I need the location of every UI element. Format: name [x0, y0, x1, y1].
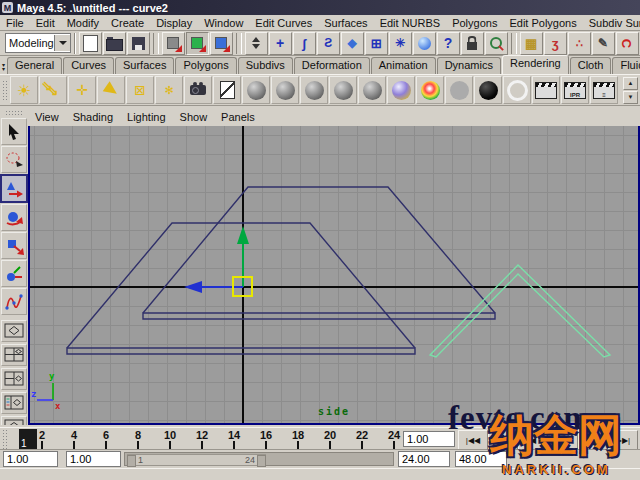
shelf-tab-rendering[interactable]: Rendering	[502, 55, 569, 74]
toolbox-drag-handle[interactable]	[5, 110, 23, 115]
ambient-light-icon-button[interactable]: ☀	[10, 76, 38, 104]
shelf-drag-handle[interactable]	[2, 80, 8, 100]
curve-inner-base-bar[interactable]	[67, 348, 415, 354]
panel-menu-panels[interactable]: Panels	[214, 110, 262, 124]
shelf-tab-polygons[interactable]: Polygons	[175, 57, 236, 74]
open-scene-button[interactable]	[103, 32, 126, 55]
layout-single-persp-button[interactable]	[1, 320, 27, 342]
layout-four-view-button[interactable]	[1, 344, 27, 366]
last-tool-curve[interactable]	[1, 288, 27, 315]
menu-item-create[interactable]: Create	[105, 16, 150, 30]
manipulator-y-arrowhead[interactable]	[237, 226, 249, 244]
menu-item-window[interactable]: Window	[198, 16, 249, 30]
range-slider-bar[interactable]: 1 24	[127, 454, 266, 466]
select-object-button[interactable]	[186, 32, 209, 55]
lock-button[interactable]	[461, 32, 484, 55]
quick-help-button[interactable]: ?	[437, 32, 460, 55]
shader-ball-rainbow-button[interactable]	[416, 76, 444, 104]
shader-ball-multi-button[interactable]	[387, 76, 415, 104]
construction-history-button[interactable]: ▦	[520, 32, 543, 55]
menu-item-edit-curves[interactable]: Edit Curves	[249, 16, 318, 30]
snap-mode-button[interactable]	[245, 32, 268, 55]
render-current-frame-button-button[interactable]	[532, 76, 560, 104]
arrow-down-icon[interactable]: ▼	[623, 91, 638, 104]
menu-item-edit-nurbs[interactable]: Edit NURBS	[374, 16, 447, 30]
shelf-menu-button[interactable]: ▾ ▾	[2, 60, 5, 74]
curve-green-zigzag[interactable]	[430, 265, 610, 357]
shelf-tab-dynamics[interactable]: Dynamics	[437, 57, 501, 74]
make-live-button[interactable]	[413, 32, 436, 55]
directional-light-icon-button[interactable]: ⇘	[39, 76, 67, 104]
shader-ball-4-button[interactable]	[329, 76, 357, 104]
shader-ball-flat-button[interactable]	[445, 76, 473, 104]
shelf-tab-general[interactable]: General	[7, 57, 62, 74]
panel-menu-show[interactable]: Show	[173, 110, 215, 124]
menu-item-file[interactable]: File	[0, 16, 30, 30]
select-tool[interactable]	[1, 118, 27, 145]
layout-outliner-persp-button[interactable]	[1, 392, 27, 414]
shader-ball-2-button[interactable]	[271, 76, 299, 104]
live-surface-button[interactable]: ⊞	[365, 32, 388, 55]
arrow-up-icon[interactable]: ▲	[623, 77, 638, 90]
select-hierarchy-button[interactable]	[162, 32, 185, 55]
title-bar[interactable]: M Maya 4.5: .\untitled --- curve2	[0, 0, 640, 15]
menu-item-polygons[interactable]: Polygons	[446, 16, 503, 30]
panel-menu-lighting[interactable]: Lighting	[120, 110, 173, 124]
snap-curve-button[interactable]: ʃ	[293, 32, 316, 55]
menu-item-display[interactable]: Display	[150, 16, 198, 30]
render-globals-button-button[interactable]: ≡	[590, 76, 618, 104]
area-light-icon-button[interactable]: ⊠	[126, 76, 154, 104]
volume-light-icon-button[interactable]: ✻	[155, 76, 183, 104]
range-slider-track[interactable]: 1 24	[124, 452, 394, 466]
shader-ball-1-button[interactable]	[242, 76, 270, 104]
shelf-tab-surfaces[interactable]: Surfaces	[115, 57, 174, 74]
menu-item-edit-polygons[interactable]: Edit Polygons	[503, 16, 582, 30]
move-tool[interactable]	[0, 174, 28, 203]
paint-effects-icon-button[interactable]	[213, 76, 241, 104]
point-light-icon-button[interactable]: ✛	[68, 76, 96, 104]
manipulator-z-arrowhead[interactable]	[184, 281, 202, 293]
range-start-field[interactable]	[3, 451, 58, 467]
time-slider-drag-handle[interactable]	[2, 429, 8, 449]
show-manipulator-tool[interactable]	[1, 260, 27, 287]
move-manipulator[interactable]	[184, 226, 252, 296]
shader-ball-5-button[interactable]	[358, 76, 386, 104]
snap-grid-button[interactable]: +	[269, 32, 292, 55]
lasso-tool[interactable]	[1, 146, 27, 173]
shelf-tab-curves[interactable]: Curves	[63, 57, 114, 74]
panel-menu-view[interactable]: View	[28, 110, 66, 124]
menu-item-modify[interactable]: Modify	[61, 16, 105, 30]
scale-tool[interactable]	[1, 232, 27, 259]
playback-end-field[interactable]	[398, 451, 450, 467]
snap-plane-button[interactable]: ◆	[341, 32, 364, 55]
shelf-tab-fluids[interactable]: Fluids	[612, 57, 640, 74]
highlight-selection-button[interactable]	[485, 32, 508, 55]
pick-tool-button[interactable]: ✎	[592, 32, 615, 55]
snap-view-button[interactable]: ✳	[389, 32, 412, 55]
shelf-scroll-spinner[interactable]: ▲ ▼	[623, 77, 638, 104]
shader-ring-button[interactable]	[503, 76, 531, 104]
shelf-tab-subdivs[interactable]: Subdivs	[238, 57, 293, 74]
layout-persp-full-button[interactable]	[1, 416, 27, 425]
save-scene-button[interactable]	[127, 32, 150, 55]
layout-split-view-button[interactable]	[1, 368, 27, 390]
spot-light-icon-button[interactable]	[97, 76, 125, 104]
shelf-tab-cloth[interactable]: Cloth	[570, 57, 612, 74]
menu-item-subdiv-surfaces[interactable]: Subdiv Surfaces	[583, 16, 640, 30]
magnet-button[interactable]: C	[616, 32, 639, 55]
curve-outer-trapezoid[interactable]	[143, 187, 495, 313]
playback-start-field[interactable]	[66, 451, 121, 467]
menu-item-edit[interactable]: Edit	[30, 16, 61, 30]
shader-ball-black-button[interactable]	[474, 76, 502, 104]
shader-ball-3-button[interactable]	[300, 76, 328, 104]
camera-icon-button[interactable]	[184, 76, 212, 104]
new-scene-button[interactable]	[79, 32, 102, 55]
menu-item-surfaces[interactable]: Surfaces	[318, 16, 373, 30]
curve-outer-base-bar[interactable]	[143, 313, 495, 319]
point-history-button[interactable]: ∴	[568, 32, 591, 55]
panel-menu-shading[interactable]: Shading	[66, 110, 120, 124]
rotate-tool[interactable]	[1, 204, 27, 231]
viewport-canvas[interactable]: y z x side	[28, 126, 640, 425]
snap-point-button[interactable]: Ƨ	[317, 32, 340, 55]
menu-set-selector[interactable]: Modeling	[5, 33, 71, 53]
